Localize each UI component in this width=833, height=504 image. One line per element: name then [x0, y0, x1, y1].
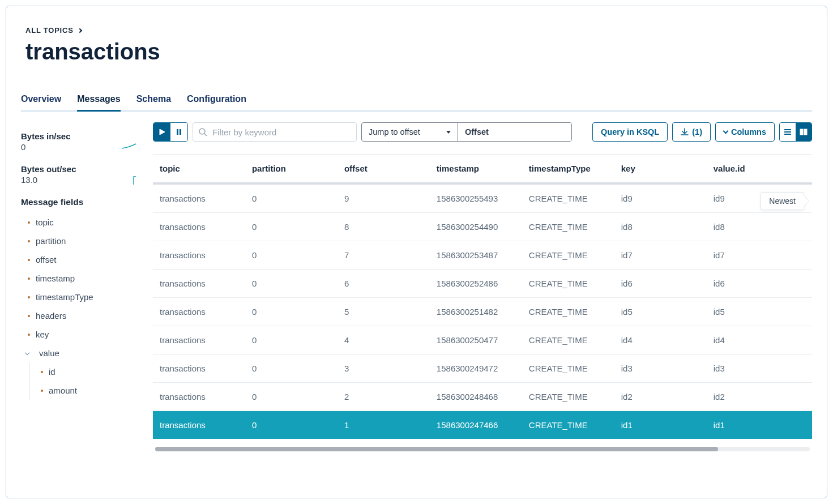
col-header-key[interactable]: key	[614, 155, 707, 183]
table-row[interactable]: transactions091586300255493CREATE_TIMEid…	[153, 183, 812, 213]
cell-topic: transactions	[153, 411, 245, 439]
table-row[interactable]: transactions061586300252486CREATE_TIMEid…	[153, 270, 812, 298]
cell-value_id: id2	[707, 383, 812, 411]
field-topic[interactable]: topic	[21, 213, 143, 232]
table-row[interactable]: transactions051586300251482CREATE_TIMEid…	[153, 298, 812, 326]
cell-timestampType: CREATE_TIME	[522, 383, 614, 411]
chevron-down-icon	[723, 129, 729, 134]
cell-timestamp: 1586300252486	[430, 270, 522, 298]
cell-value_id: id8	[707, 213, 812, 241]
field-timestamp[interactable]: timestamp	[21, 269, 143, 288]
tab-schema[interactable]: Schema	[136, 94, 171, 112]
query-in-ksql-button[interactable]: Query in KSQL	[592, 122, 668, 142]
tab-overview[interactable]: Overview	[21, 94, 61, 112]
list-view-icon	[783, 128, 792, 136]
cell-partition: 0	[245, 326, 338, 354]
field-headers[interactable]: headers	[21, 306, 143, 325]
field-offset[interactable]: offset	[21, 250, 143, 269]
breadcrumb-all-topics[interactable]: ALL TOPICS	[21, 26, 86, 35]
cell-key: id1	[614, 411, 707, 439]
col-header-value-id[interactable]: value.id	[707, 155, 812, 183]
cell-partition: 0	[245, 270, 338, 298]
table-row[interactable]: transactions031586300249472CREATE_TIMEid…	[153, 354, 812, 383]
cell-partition: 0	[245, 411, 338, 439]
play-pause-group	[153, 122, 188, 142]
search-icon	[198, 127, 207, 136]
svg-rect-1	[177, 129, 178, 135]
column-view-button[interactable]	[796, 123, 811, 141]
cell-partition: 0	[245, 241, 338, 270]
offset-input[interactable]	[458, 123, 571, 141]
bullet-icon	[28, 259, 30, 261]
col-header-timestamp[interactable]: timestamp	[430, 155, 522, 183]
bytes-out-label: Bytes out/sec	[21, 164, 143, 174]
columns-label: Columns	[731, 127, 766, 136]
cell-timestampType: CREATE_TIME	[522, 411, 614, 439]
cell-key: id8	[614, 213, 707, 241]
caret-down-icon	[446, 131, 451, 134]
cell-partition: 0	[245, 354, 338, 383]
sidebar: Bytes in/sec 0 Bytes out/sec 13.0 Messag…	[21, 122, 143, 451]
tab-configuration[interactable]: Configuration	[187, 94, 246, 112]
tab-messages[interactable]: Messages	[77, 94, 121, 112]
svg-rect-9	[804, 129, 807, 135]
cell-partition: 0	[245, 298, 338, 326]
jump-to-offset-select[interactable]: Jump to offset	[362, 123, 458, 141]
horizontal-scrollbar[interactable]	[155, 447, 810, 451]
cell-offset: 5	[338, 298, 430, 326]
cell-value_id: id4	[707, 326, 812, 354]
cell-key: id7	[614, 241, 707, 270]
field-partition[interactable]: partition	[21, 232, 143, 250]
scroll-thumb[interactable]	[155, 447, 718, 451]
field-timestampType[interactable]: timestampType	[21, 288, 143, 306]
col-header-topic[interactable]: topic	[153, 155, 245, 183]
cell-timestamp: 1586300247466	[430, 411, 522, 439]
cell-timestamp: 1586300250477	[430, 326, 522, 354]
col-header-partition[interactable]: partition	[245, 155, 338, 183]
pause-button[interactable]	[170, 123, 187, 141]
newest-tag: Newest	[761, 192, 804, 210]
field-label: topic	[36, 217, 54, 227]
field-label: amount	[49, 386, 77, 395]
table-row[interactable]: transactions041586300250477CREATE_TIMEid…	[153, 326, 812, 354]
field-label: timestampType	[36, 292, 93, 302]
cell-offset: 1	[338, 411, 430, 439]
column-view-icon	[799, 128, 808, 136]
play-button[interactable]	[153, 123, 170, 141]
bullet-icon	[28, 277, 30, 280]
cell-offset: 2	[338, 383, 430, 411]
cell-topic: transactions	[153, 383, 245, 411]
cell-topic: transactions	[153, 270, 245, 298]
pause-icon	[176, 129, 182, 135]
cell-value_id: id7	[707, 241, 812, 270]
download-button[interactable]: (1)	[672, 122, 711, 142]
cell-offset: 9	[338, 183, 430, 213]
field-value[interactable]: value	[21, 344, 143, 362]
col-header-offset[interactable]: offset	[338, 155, 430, 183]
field-label: offset	[36, 255, 56, 264]
table-row[interactable]: transactions081586300254490CREATE_TIMEid…	[153, 213, 812, 241]
cell-key: id2	[614, 383, 707, 411]
svg-rect-8	[800, 129, 803, 135]
field-key[interactable]: key	[21, 325, 143, 344]
bullet-icon	[28, 315, 30, 317]
columns-button[interactable]: Columns	[715, 122, 775, 142]
cell-timestamp: 1586300255493	[430, 183, 522, 213]
svg-marker-0	[160, 129, 165, 135]
play-icon	[159, 129, 165, 135]
cell-offset: 4	[338, 326, 430, 354]
cell-topic: transactions	[153, 298, 245, 326]
filter-keyword-input[interactable]	[193, 122, 357, 142]
field-value-amount[interactable]: amount	[29, 381, 143, 400]
table-row[interactable]: transactions021586300248468CREATE_TIMEid…	[153, 383, 812, 411]
col-header-timestampType[interactable]: timestampType	[522, 155, 614, 183]
cell-partition: 0	[245, 183, 338, 213]
cell-topic: transactions	[153, 241, 245, 270]
download-icon	[681, 128, 689, 136]
list-view-button[interactable]	[780, 123, 796, 141]
table-row[interactable]: transactions011586300247466CREATE_TIMEid…	[153, 411, 812, 439]
messages-table: topicpartitionoffsettimestamptimestampTy…	[153, 155, 812, 439]
cell-offset: 8	[338, 213, 430, 241]
table-row[interactable]: transactions071586300253487CREATE_TIMEid…	[153, 241, 812, 270]
field-value-id[interactable]: id	[29, 362, 143, 381]
